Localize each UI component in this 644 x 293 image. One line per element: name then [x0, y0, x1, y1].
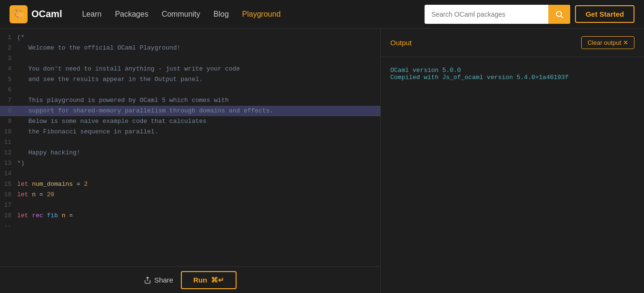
line-number: 4 — [0, 64, 17, 74]
code-line: 3 — [0, 53, 380, 64]
ocaml-version-line: OCaml version 5.0.0 — [390, 67, 634, 74]
line-content: You don't need to install anything - jus… — [17, 64, 380, 74]
nav-packages[interactable]: Packages — [115, 10, 148, 19]
header: 🐫 OCaml Learn Packages Community Blog Pl… — [0, 0, 644, 29]
compiled-with-line: Compiled with Js_of_ocaml version 5.4.0+… — [390, 74, 634, 81]
editor-panel: 1 (* 2 Welcome to the official OCaml Pla… — [0, 29, 381, 293]
get-started-button[interactable]: Get Started — [575, 5, 634, 23]
line-content: This playground is powered by OCaml 5 wh… — [17, 95, 380, 106]
search-area: Get Started — [425, 5, 634, 24]
line-content: support for shared-memory parallelism th… — [17, 106, 380, 116]
code-line: 2 Welcome to the official OCaml Playgrou… — [0, 43, 380, 53]
code-line: 11 — [0, 137, 380, 148]
line-content: let rec fib n = — [17, 211, 380, 221]
line-number: -- — [0, 221, 17, 232]
share-icon — [144, 276, 151, 284]
output-title: Output — [390, 39, 412, 47]
code-line: 18 let rec fib n = — [0, 211, 380, 221]
line-number: 3 — [0, 53, 17, 64]
share-button[interactable]: Share — [144, 276, 173, 284]
logo-area: 🐫 OCaml — [10, 5, 62, 23]
code-line: 5 and see the results appear in the Outp… — [0, 74, 380, 85]
line-number: 6 — [0, 85, 17, 95]
code-line: 17 — [0, 200, 380, 211]
line-number: 5 — [0, 74, 17, 85]
nav-blog[interactable]: Blog — [214, 10, 229, 19]
line-number: 17 — [0, 200, 17, 211]
editor-content[interactable]: 1 (* 2 Welcome to the official OCaml Pla… — [0, 29, 380, 266]
output-content: OCaml version 5.0.0 Compiled with Js_of_… — [381, 57, 644, 293]
line-number: 1 — [0, 32, 17, 43]
search-button[interactable] — [548, 5, 570, 24]
logo-icon: 🐫 — [10, 5, 28, 23]
run-shortcut: ⌘↵ — [211, 276, 224, 284]
code-line: 14 — [0, 169, 380, 179]
code-line: 9 Below is some naive example code that … — [0, 116, 380, 127]
code-line: 1 (* — [0, 32, 380, 43]
svg-line-1 — [561, 16, 563, 18]
line-number: 2 — [0, 43, 17, 53]
line-number: 8 — [0, 106, 17, 116]
line-content: *) — [17, 158, 380, 169]
code-line: 7 This playground is powered by OCaml 5 … — [0, 95, 380, 106]
code-line: 12 Happy hacking! — [0, 148, 380, 158]
clear-output-label: Clear output — [587, 39, 621, 46]
output-panel: Output Clear output ✕ OCaml version 5.0.… — [381, 29, 644, 293]
line-content: Happy hacking! — [17, 148, 380, 158]
line-number: 12 — [0, 148, 17, 158]
line-content: (* — [17, 32, 380, 43]
line-content: the Fibonacci sequence in parallel. — [17, 127, 380, 137]
code-line: 16 let n = 20 — [0, 190, 380, 200]
search-icon — [555, 10, 564, 19]
line-number: 9 — [0, 116, 17, 127]
main-content: 1 (* 2 Welcome to the official OCaml Pla… — [0, 29, 644, 293]
nav-learn[interactable]: Learn — [82, 10, 101, 19]
editor-bottom-bar: Share Run ⌘↵ — [0, 266, 380, 293]
line-content: Welcome to the official OCaml Playground… — [17, 43, 380, 53]
line-content: Below is some naive example code that ca… — [17, 116, 380, 127]
nav-playground[interactable]: Playground — [242, 10, 281, 19]
code-line: 10 the Fibonacci sequence in parallel. — [0, 127, 380, 137]
line-number: 13 — [0, 158, 17, 169]
code-line: 13 *) — [0, 158, 380, 169]
line-content: let num_domains = 2 — [17, 179, 380, 190]
code-line: 6 — [0, 85, 380, 95]
line-content: and see the results appear in the Output… — [17, 74, 380, 85]
nav-community[interactable]: Community — [162, 10, 200, 19]
nav: Learn Packages Community Blog Playground — [82, 10, 280, 19]
code-line-highlighted: 8 support for shared-memory parallelism … — [0, 106, 380, 116]
code-line-dash: -- — [0, 221, 380, 232]
run-label: Run — [193, 276, 207, 284]
line-number: 11 — [0, 137, 17, 148]
line-number: 10 — [0, 127, 17, 137]
line-number: 16 — [0, 190, 17, 200]
code-line: 15 let num_domains = 2 — [0, 179, 380, 190]
svg-point-0 — [556, 11, 562, 17]
line-number: 15 — [0, 179, 17, 190]
search-input[interactable] — [425, 5, 548, 24]
line-content: let n = 20 — [17, 190, 380, 200]
code-line: 4 You don't need to install anything - j… — [0, 64, 380, 74]
search-box — [425, 5, 570, 24]
line-number: 14 — [0, 169, 17, 179]
close-icon: ✕ — [623, 39, 628, 46]
line-number: 7 — [0, 95, 17, 106]
line-number: 18 — [0, 211, 17, 221]
share-label: Share — [154, 276, 173, 284]
clear-output-button[interactable]: Clear output ✕ — [581, 36, 634, 49]
logo-text: OCaml — [31, 9, 62, 20]
output-header: Output Clear output ✕ — [381, 29, 644, 57]
run-button[interactable]: Run ⌘↵ — [181, 271, 237, 289]
